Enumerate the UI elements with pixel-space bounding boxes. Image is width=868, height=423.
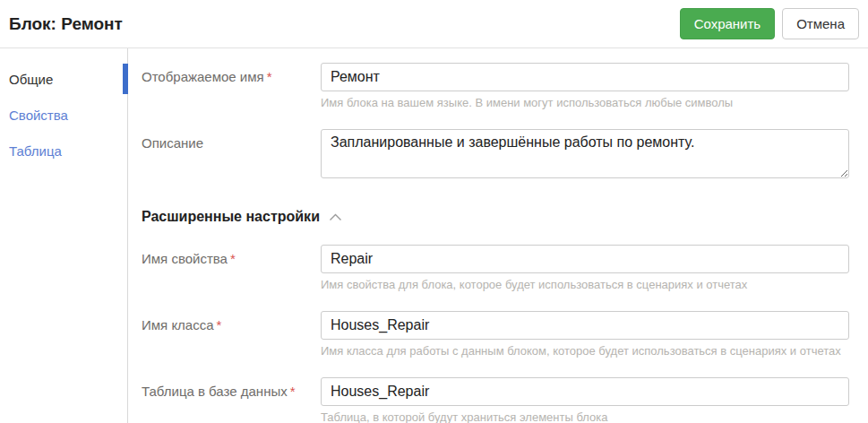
db-table-label: Таблица в базе данных* xyxy=(142,377,321,423)
required-marker: * xyxy=(267,69,272,84)
sidebar-item-properties[interactable]: Свойства xyxy=(0,106,127,124)
save-button[interactable]: Сохранить xyxy=(680,8,776,39)
property-name-hint: Имя свойства для блока, которое будет ис… xyxy=(321,278,849,291)
description-label: Описание xyxy=(142,129,321,182)
advanced-settings-toggle[interactable]: Расширенные настройки xyxy=(142,209,342,225)
sidebar-item-table[interactable]: Таблица xyxy=(0,142,127,160)
form-row-db-table: Таблица в базе данных* Таблица, в которо… xyxy=(142,377,849,423)
header-actions: Сохранить Отмена xyxy=(680,8,859,39)
cancel-button[interactable]: Отмена xyxy=(782,8,859,39)
page-body: Общие Свойства Таблица Отображаемое имя*… xyxy=(0,48,868,423)
advanced-settings-section: Расширенные настройки xyxy=(142,209,849,225)
class-name-input[interactable] xyxy=(321,311,849,340)
display-name-input[interactable] xyxy=(321,63,849,91)
chevron-up-icon[interactable] xyxy=(329,213,342,221)
property-name-input[interactable] xyxy=(321,245,849,273)
form-row-property-name: Имя свойства* Имя свойства для блока, ко… xyxy=(142,245,849,291)
form-row-class-name: Имя класса* Имя класса для работы с данн… xyxy=(142,311,849,358)
form-row-description: Описание Запланированные и завершённые р… xyxy=(142,129,849,182)
sidebar-item-general[interactable]: Общие xyxy=(0,70,127,88)
required-marker: * xyxy=(230,251,236,266)
display-name-label: Отображаемое имя* xyxy=(142,63,321,109)
sidebar-item-label: Свойства xyxy=(9,108,68,123)
description-textarea[interactable]: Запланированные и завершённые работы по … xyxy=(321,129,849,178)
sidebar-item-label: Таблица xyxy=(9,143,62,159)
form-row-display-name: Отображаемое имя* Имя блока на вашем язы… xyxy=(142,63,849,109)
class-name-label: Имя класса* xyxy=(142,311,321,358)
property-name-label: Имя свойства* xyxy=(142,245,321,291)
db-table-hint: Таблица, в которой будут храниться элеме… xyxy=(321,410,849,423)
sidebar: Общие Свойства Таблица xyxy=(0,48,128,423)
advanced-settings-title: Расширенные настройки xyxy=(142,209,320,225)
page-title: Блок: Ремонт xyxy=(9,14,123,34)
form-panel: Отображаемое имя* Имя блока на вашем язы… xyxy=(128,48,868,423)
class-name-hint: Имя класса для работы с данным блоком, к… xyxy=(321,344,849,358)
required-marker: * xyxy=(290,384,296,399)
required-marker: * xyxy=(217,317,222,332)
db-table-input[interactable] xyxy=(321,377,849,406)
sidebar-item-label: Общие xyxy=(9,72,53,87)
display-name-hint: Имя блока на вашем языке. В имени могут … xyxy=(321,96,849,109)
page-header: Блок: Ремонт Сохранить Отмена xyxy=(0,0,868,48)
